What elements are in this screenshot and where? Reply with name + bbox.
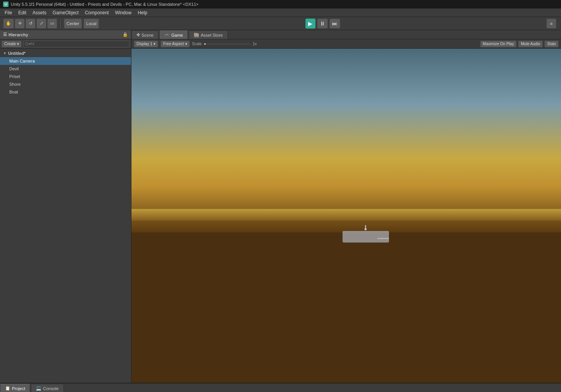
game-toolbar: Display 1 ▾ Free Aspect ▾ Scale 1x Maxim… [131,39,561,49]
collab-button[interactable]: ≡ [546,19,556,29]
hierarchy-panel: ☰ Hierarchy 🔒 Create ▾ ▼ Untitled* Main … [0,30,131,383]
aspect-label: Free Aspect [163,42,184,46]
window-title: Unity 5.5.1f1 Personal (64bit) - Untitle… [11,2,198,7]
hier-item-label: Shore [9,82,20,87]
console-tab-label: Console [43,386,58,391]
toolbar-sep-1 [60,19,61,28]
expand-icon: ▼ [3,51,7,55]
hierarchy-create-button[interactable]: Create ▾ [2,41,22,48]
scale-label: Scale [192,42,202,46]
hier-item-label: Main Camera [9,59,35,63]
step-button[interactable]: ⏭ [329,19,340,29]
scene-tab-label: Scene [142,33,153,37]
display-arrow-icon: ▾ [153,42,155,46]
hand-tool[interactable]: ✋ [3,19,14,29]
center-area: ✤ Scene 🎮 Game 🏬 Asset Store Display 1 ▾… [131,30,561,383]
hier-item-devil[interactable]: Devil [0,65,131,73]
menu-edit[interactable]: Edit [15,9,29,16]
hierarchy-toolbar: Create ▾ [0,39,131,49]
menu-gameobject[interactable]: GameObject [49,9,82,16]
rotate-tool[interactable]: ↺ [26,19,36,29]
hierarchy-search-input[interactable] [23,41,130,48]
unity-logo: U [3,2,9,7]
tab-project[interactable]: 📋 Project [0,384,30,392]
asset-store-label: Asset Store [201,33,223,37]
menu-window[interactable]: Window [112,9,135,16]
view-tabs: ✤ Scene 🎮 Game 🏬 Asset Store [131,30,561,39]
hier-item-main-camera[interactable]: Main Camera [0,57,131,65]
scale-fill [204,43,206,45]
play-button[interactable]: ▶ [305,19,315,29]
ground-background [131,232,561,383]
move-tool[interactable]: ✛ [15,19,25,29]
display-selector[interactable]: Display 1 ▾ [134,41,158,48]
bottom-panel: 📋 Project 💻 Console Create ▾ ▼ ⭐ Favorit… [0,383,561,392]
tab-asset-store[interactable]: 🏬 Asset Store [189,31,228,39]
hier-item-label: Devil [9,66,19,71]
hier-item-label: Priset [9,74,20,79]
menu-assets[interactable]: Assets [29,9,49,16]
main-toolbar: ✋ ✛ ↺ ⤢ ▭ Center Local ▶ ⏸ ⏭ ≡ [0,17,561,30]
tab-console[interactable]: 💻 Console [31,384,63,392]
hierarchy-title: Hierarchy [9,32,28,37]
display-label: Display 1 [136,42,152,46]
hier-item-untitled[interactable]: ▼ Untitled* [0,49,131,57]
console-tab-icon: 💻 [36,386,41,391]
menu-file[interactable]: File [2,9,15,16]
pause-button[interactable]: ⏸ [317,19,328,29]
shore-object [377,238,389,239]
scale-tool[interactable]: ⤢ [36,19,46,29]
project-tab-icon: 📋 [5,386,10,391]
tab-scene[interactable]: ✤ Scene [131,31,159,39]
mute-audio-button[interactable]: Mute Audio [518,41,543,48]
hier-item-priset[interactable]: Priset [0,73,131,80]
hierarchy-content: ▼ Untitled* Main Camera Devil Priset Sho… [0,49,131,383]
sky-background [131,49,561,232]
hierarchy-icon: ☰ [3,32,7,37]
game-tab-label: Game [171,33,183,37]
menu-bar: File Edit Assets GameObject Component Wi… [0,8,561,17]
project-tab-label: Project [12,386,25,391]
title-bar: U Unity 5.5.1f1 Personal (64bit) - Untit… [0,0,561,8]
hier-item-shore[interactable]: Shore [0,80,131,88]
scale-slider[interactable] [204,43,251,45]
main-layout: ☰ Hierarchy 🔒 Create ▾ ▼ Untitled* Main … [0,30,561,383]
bottom-tabs: 📋 Project 💻 Console [0,384,561,392]
aspect-selector[interactable]: Free Aspect ▾ [160,41,189,48]
tab-game[interactable]: 🎮 Game [159,31,188,39]
hierarchy-lock-icon[interactable]: 🔒 [123,32,128,37]
stats-button[interactable]: Stats [544,41,559,48]
pivot-button[interactable]: Center [64,19,82,29]
game-right-buttons: Maximize On Play Mute Audio Stats [480,41,559,48]
horizon-glow [131,209,561,221]
hierarchy-header: ☰ Hierarchy 🔒 [0,30,131,39]
game-tab-icon: 🎮 [164,32,170,37]
aspect-arrow-icon: ▾ [185,42,187,46]
boat-mast [365,225,366,228]
scale-value: 1x [253,42,257,46]
asset-store-icon: 🏬 [194,32,199,37]
game-viewport [131,49,561,383]
space-button[interactable]: Local [84,19,99,29]
menu-help[interactable]: Help [135,9,150,16]
hier-item-boat[interactable]: Boat [0,88,131,96]
boat-crow-nest [365,228,367,230]
rect-tool[interactable]: ▭ [47,19,57,29]
maximize-on-play-button[interactable]: Maximize On Play [480,41,517,48]
boat-object [343,225,389,243]
menu-component[interactable]: Component [82,9,112,16]
boat-hull [343,231,389,243]
scene-tab-icon: ✤ [136,32,140,37]
hier-item-label: Untitled* [8,51,26,56]
transform-tools: ✋ ✛ ↺ ⤢ ▭ [3,19,57,29]
hier-item-label: Boat [9,90,18,94]
